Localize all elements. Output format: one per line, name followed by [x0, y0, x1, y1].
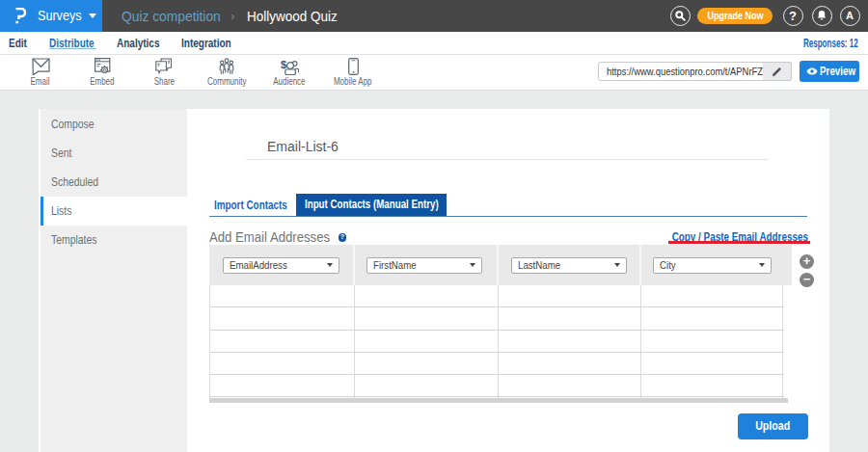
- svg-text:$: $: [281, 59, 286, 70]
